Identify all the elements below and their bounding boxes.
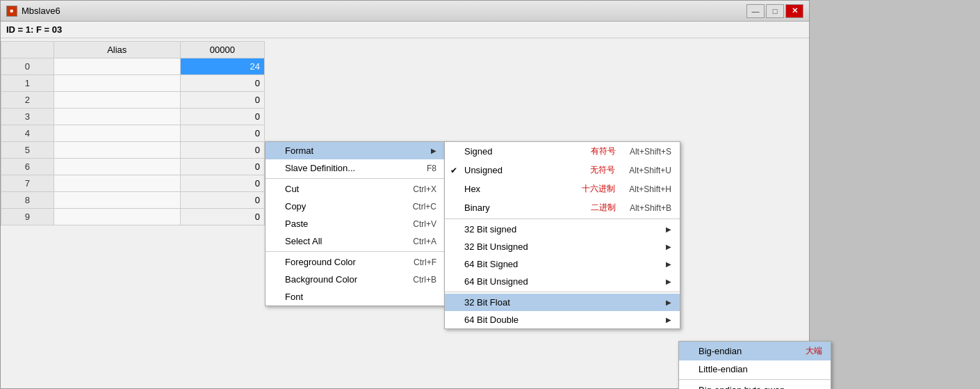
status-text: ID = 1: F = 03	[6, 24, 62, 35]
copy-shortcut: Ctrl+C	[413, 202, 436, 212]
separator-fmt-1	[445, 219, 680, 219]
table-row-alias-0	[54, 58, 180, 75]
close-button[interactable]: ✕	[785, 4, 803, 18]
menu-item-select-all[interactable]: Select All Ctrl+A	[266, 232, 445, 250]
menu-item-fg-color[interactable]: Foreground Color Ctrl+F	[266, 253, 445, 271]
table-row-alias-7	[54, 175, 180, 192]
32bit-signed-arrow: ▶	[666, 225, 671, 233]
table-row-alias-2	[54, 92, 180, 109]
menu-item-format[interactable]: Format ▶	[266, 142, 445, 159]
unsigned-check-icon: ✔	[450, 166, 457, 175]
menu-item-paste[interactable]: Paste Ctrl+V	[266, 215, 445, 232]
context-menu-2: Signed 有符号 Alt+Shift+S ✔ Unsigned 无符号 Al…	[444, 141, 680, 329]
table-row-alias-1	[54, 75, 180, 92]
table-row-alias-4	[54, 125, 180, 142]
menu-item-font[interactable]: Font	[266, 288, 445, 305]
data-table: Alias 00000 024102030405060708090	[1, 41, 265, 225]
menu-item-32bit-unsigned[interactable]: 32 Bit Unsigned ▶	[445, 238, 680, 255]
64bit-unsigned-arrow: ▶	[666, 278, 671, 285]
select-all-label: Select All	[285, 236, 399, 246]
table-row-value-0[interactable]: 24	[180, 58, 264, 75]
table-row-value-7[interactable]: 0	[180, 175, 264, 192]
menu-item-cut[interactable]: Cut Ctrl+X	[266, 180, 445, 198]
32bit-float-arrow: ▶	[666, 299, 671, 306]
fg-color-label: Foreground Color	[285, 257, 400, 267]
format-arrow-icon: ▶	[431, 147, 436, 154]
menu-item-big-endian-swap[interactable]: Big-endian byte swap	[679, 381, 831, 389]
menu-item-32bit-float[interactable]: 32 Bit Float ▶	[445, 294, 680, 311]
window-controls: — □ ✕	[746, 4, 803, 18]
separator-fmt-2	[445, 292, 680, 292]
hex-label: Hex	[464, 184, 576, 194]
64bit-unsigned-label: 64 Bit Unsigned	[464, 276, 660, 287]
col-header-value: 00000	[180, 42, 264, 58]
table-row-num-0: 0	[1, 58, 54, 75]
menu-item-unsigned[interactable]: ✔ Unsigned 无符号 Alt+Shift+U	[445, 161, 680, 180]
table-row-num-5: 5	[1, 142, 54, 159]
cut-label: Cut	[285, 184, 399, 194]
minimize-button[interactable]: —	[746, 4, 765, 18]
menu-item-copy[interactable]: Copy Ctrl+C	[266, 198, 445, 215]
main-window: ■ Mbslave6 — □ ✕ ID = 1: F = 03 Alias 00…	[0, 0, 810, 389]
binary-label: Binary	[464, 203, 585, 213]
table-row-num-4: 4	[1, 125, 54, 142]
table-row-alias-6	[54, 159, 180, 175]
big-endian-label: Big-endian	[699, 346, 800, 356]
menu-item-binary[interactable]: Binary 二进制 Alt+Shift+B	[445, 198, 680, 217]
title-bar: ■ Mbslave6 — □ ✕	[1, 1, 809, 22]
table-row-value-3[interactable]: 0	[180, 109, 264, 125]
copy-label: Copy	[285, 201, 399, 212]
64bit-signed-label: 64 Bit Signed	[464, 259, 660, 269]
menu-item-bg-color[interactable]: Background Color Ctrl+B	[266, 271, 445, 288]
maximize-button[interactable]: □	[766, 4, 784, 18]
table-row-alias-9	[54, 209, 180, 225]
bg-color-shortcut: Ctrl+B	[413, 275, 436, 285]
table-row-value-2[interactable]: 0	[180, 92, 264, 109]
menu-item-64bit-double[interactable]: 64 Bit Double ▶	[445, 311, 680, 328]
table-row-num-7: 7	[1, 175, 54, 192]
table-row-value-6[interactable]: 0	[180, 159, 264, 175]
context-menu-3: Big-endian 大端 Little-endian Big-endian b…	[678, 341, 831, 389]
menu-item-slave-def[interactable]: Slave Definition... F8	[266, 159, 445, 177]
menu-item-64bit-signed[interactable]: 64 Bit Signed ▶	[445, 255, 680, 273]
32bit-unsigned-label: 32 Bit Unsigned	[464, 241, 660, 252]
binary-cn-label: 二进制	[591, 202, 616, 214]
context-menu-1: Format ▶ Slave Definition... F8 Cut Ctrl…	[265, 141, 446, 306]
64bit-signed-arrow: ▶	[666, 260, 671, 268]
menu-item-little-endian[interactable]: Little-endian	[679, 360, 831, 378]
separator-endian	[679, 379, 831, 380]
table-row-value-4[interactable]: 0	[180, 125, 264, 142]
big-endian-cn-label: 大端	[806, 345, 822, 357]
slave-def-shortcut: F8	[427, 164, 436, 173]
app-icon: ■	[6, 6, 17, 17]
fg-color-shortcut: Ctrl+F	[414, 257, 436, 267]
unsigned-cn-label: 无符号	[590, 164, 615, 176]
window-title: Mbslave6	[22, 6, 746, 16]
hex-cn-label: 十六进制	[582, 183, 615, 195]
table-row-num-3: 3	[1, 109, 54, 125]
signed-cn-label: 有符号	[591, 145, 616, 157]
col-header-alias: Alias	[54, 42, 180, 58]
table-row-value-8[interactable]: 0	[180, 192, 264, 209]
table-row-num-6: 6	[1, 159, 54, 175]
table-row-value-9[interactable]: 0	[180, 209, 264, 225]
separator-2	[266, 251, 445, 252]
table-row-value-1[interactable]: 0	[180, 75, 264, 92]
table-row-alias-3	[54, 109, 180, 125]
64bit-double-arrow: ▶	[666, 316, 671, 324]
menu-item-signed[interactable]: Signed 有符号 Alt+Shift+S	[445, 142, 680, 161]
select-all-shortcut: Ctrl+A	[413, 237, 436, 246]
table-row-value-5[interactable]: 0	[180, 142, 264, 159]
32bit-signed-label: 32 Bit signed	[464, 224, 660, 235]
menu-item-32bit-signed[interactable]: 32 Bit signed ▶	[445, 221, 680, 238]
font-label: Font	[285, 292, 436, 302]
menu-item-big-endian[interactable]: Big-endian 大端	[679, 342, 831, 360]
unsigned-shortcut: Alt+Shift+U	[629, 166, 671, 175]
32bit-float-label: 32 Bit Float	[464, 297, 660, 308]
table-row-alias-5	[54, 142, 180, 159]
menu-item-64bit-unsigned[interactable]: 64 Bit Unsigned ▶	[445, 273, 680, 290]
menu-item-hex[interactable]: Hex 十六进制 Alt+Shift+H	[445, 180, 680, 198]
table-row-num-2: 2	[1, 92, 54, 109]
little-endian-label: Little-endian	[699, 364, 822, 374]
bg-color-label: Background Color	[285, 274, 399, 285]
